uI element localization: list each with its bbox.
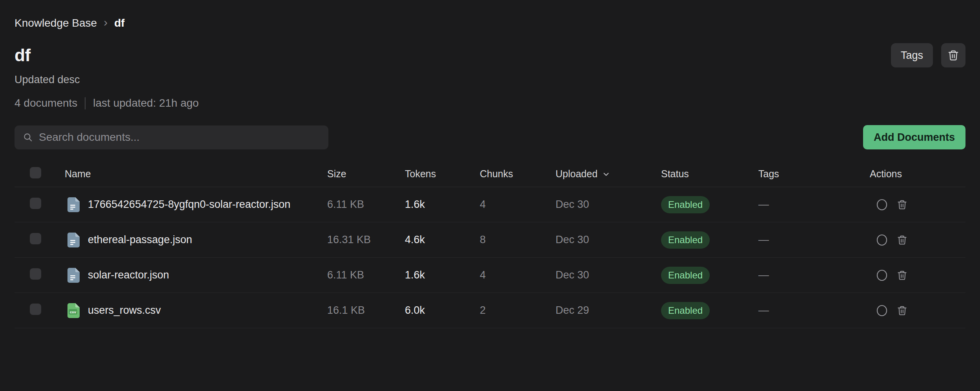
add-documents-button[interactable]: Add Documents — [863, 125, 965, 149]
document-name[interactable]: solar-reactor.json — [88, 269, 169, 281]
breadcrumb-current-page: df — [114, 17, 124, 29]
document-size: 16.31 KB — [327, 234, 405, 246]
row-checkbox[interactable] — [30, 198, 41, 209]
trash-icon[interactable] — [897, 269, 907, 281]
table-row: 1766542654725-8ygfqn0-solar-reactor.json… — [15, 187, 965, 222]
column-header-status: Status — [661, 168, 758, 180]
last-updated: last updated: 21h ago — [93, 97, 199, 109]
document-uploaded: Dec 29 — [556, 304, 661, 316]
header-actions: Tags — [891, 43, 965, 67]
document-tokens: 4.6k — [405, 234, 480, 246]
search-bar[interactable] — [15, 125, 328, 149]
search-input[interactable] — [39, 131, 320, 144]
status-badge: Enabled — [661, 231, 710, 249]
document-chunks: 4 — [480, 269, 556, 281]
status-toggle-icon[interactable] — [876, 269, 888, 282]
document-size: 6.11 KB — [327, 198, 405, 211]
documents-table: Name Size Tokens Chunks Uploaded Status … — [15, 161, 965, 328]
table-row: ethereal-passage.json 16.31 KB 4.6k 8 De… — [15, 222, 965, 258]
column-header-uploaded[interactable]: Uploaded — [556, 168, 661, 180]
document-count: 4 documents — [15, 97, 77, 109]
delete-knowledge-base-button[interactable] — [941, 43, 965, 67]
chevron-right-icon: › — [104, 16, 107, 30]
document-tags: — — [758, 304, 870, 316]
trash-icon — [947, 49, 959, 62]
file-json-icon — [67, 233, 80, 247]
kb-description: Updated desc — [15, 74, 965, 86]
status-badge: Enabled — [661, 196, 710, 213]
document-tags: — — [758, 234, 870, 246]
table-row: solar-reactor.json 6.11 KB 1.6k 4 Dec 30… — [15, 258, 965, 293]
knowledge-base-page: Knowledge Base › df df Tags Updated desc… — [0, 0, 980, 328]
trash-icon[interactable] — [897, 199, 907, 211]
search-icon — [23, 132, 33, 142]
page-title: df — [15, 45, 31, 65]
document-tags: — — [758, 269, 870, 281]
tags-button[interactable]: Tags — [891, 43, 933, 67]
document-chunks: 8 — [480, 234, 556, 246]
column-header-name: Name — [65, 168, 327, 180]
meta-divider — [85, 97, 86, 109]
document-size: 6.11 KB — [327, 269, 405, 281]
status-toggle-icon[interactable] — [876, 198, 888, 211]
row-checkbox[interactable] — [30, 268, 41, 280]
page-header: df Tags — [15, 43, 965, 67]
row-checkbox[interactable] — [30, 304, 41, 315]
document-tokens: 6.0k — [405, 304, 480, 316]
documents-toolbar: Add Documents — [15, 125, 965, 149]
document-uploaded: Dec 30 — [556, 269, 661, 281]
document-name[interactable]: users_rows.csv — [88, 304, 161, 316]
row-checkbox[interactable] — [30, 233, 41, 244]
document-name[interactable]: ethereal-passage.json — [88, 234, 192, 246]
column-header-size: Size — [327, 168, 405, 180]
table-header: Name Size Tokens Chunks Uploaded Status … — [15, 161, 965, 187]
document-name[interactable]: 1766542654725-8ygfqn0-solar-reactor.json — [88, 198, 290, 211]
column-header-actions: Actions — [870, 168, 965, 180]
column-header-chunks: Chunks — [480, 168, 556, 180]
column-header-tokens: Tokens — [405, 168, 480, 180]
trash-icon[interactable] — [897, 305, 907, 316]
document-tags: — — [758, 198, 870, 211]
document-chunks: 4 — [480, 198, 556, 211]
breadcrumb: Knowledge Base › df — [15, 0, 965, 30]
kb-meta: 4 documents last updated: 21h ago — [15, 97, 965, 109]
file-json-icon — [67, 197, 80, 212]
trash-icon[interactable] — [897, 234, 907, 246]
document-chunks: 2 — [480, 304, 556, 316]
select-all-checkbox[interactable] — [30, 167, 41, 178]
status-badge: Enabled — [661, 267, 710, 284]
file-csv-icon: csv — [67, 303, 80, 318]
status-toggle-icon[interactable] — [876, 234, 888, 246]
document-uploaded: Dec 30 — [556, 198, 661, 211]
status-badge: Enabled — [661, 302, 710, 319]
document-uploaded: Dec 30 — [556, 234, 661, 246]
breadcrumb-knowledge-base-link[interactable]: Knowledge Base — [15, 17, 97, 29]
file-json-icon — [67, 268, 80, 283]
document-tokens: 1.6k — [405, 198, 480, 211]
column-header-uploaded-label: Uploaded — [556, 168, 597, 180]
status-toggle-icon[interactable] — [876, 304, 888, 317]
table-row: csv users_rows.csv 16.1 KB 6.0k 2 Dec 29… — [15, 293, 965, 328]
chevron-down-icon — [602, 170, 610, 178]
svg-text:csv: csv — [70, 309, 77, 314]
document-size: 16.1 KB — [327, 304, 405, 316]
document-tokens: 1.6k — [405, 269, 480, 281]
column-header-tags: Tags — [758, 168, 870, 180]
